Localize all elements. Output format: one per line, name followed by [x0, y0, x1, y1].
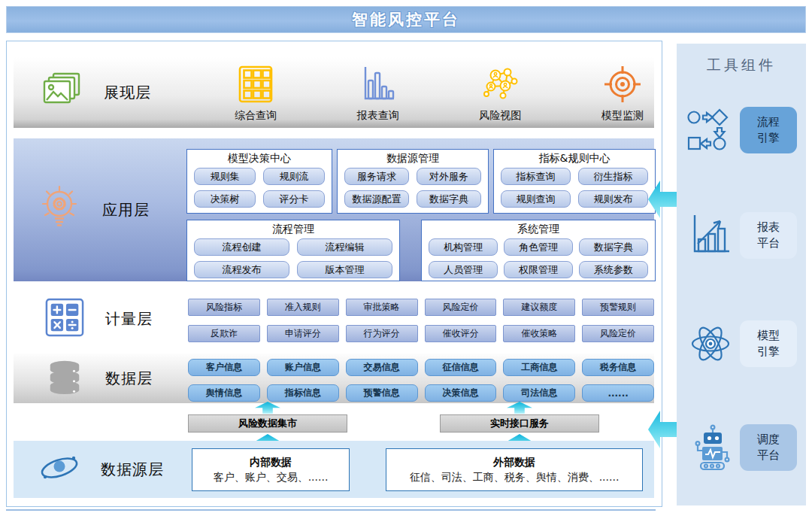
sidebar-item-scheduler-platform: 调度平台 [681, 423, 801, 472]
layer-presentation: 展现层 综合查询 [14, 57, 654, 128]
pres-item-label: 模型监测 [601, 109, 644, 123]
pres-item: 报表查询 [333, 65, 423, 123]
app-pill: 衍生指标 [578, 168, 648, 185]
data-box: ...... [582, 384, 654, 402]
measurement-box: 预警规则 [582, 299, 654, 316]
internal-data-desc: 客户、账户、交易、...... [214, 471, 329, 484]
data-box: 舆情信息 [188, 384, 260, 402]
flowchart-icon [681, 108, 740, 153]
layer-label: 计量层 [105, 309, 153, 329]
tools-sidebar: 工具组件 流程引擎 [677, 44, 806, 505]
data-box: 账户信息 [267, 359, 339, 376]
sidebar-title: 工具组件 [677, 56, 806, 75]
app-pill: 服务请求 [344, 168, 409, 185]
layer-label: 应用层 [102, 200, 150, 220]
app-pill: 数据字典 [417, 190, 481, 208]
app-pill: 规则发布 [578, 190, 648, 208]
external-data-box: 外部数据 征信、司法、工商、税务、舆情、消费、...... [386, 448, 643, 491]
sidebar-box-label: 流程引擎 [756, 114, 781, 146]
measurement-grid: 风险指标 准入规则 审批策略 风险定价 建议额度 预警规则 反欺诈 申请评分 行… [188, 299, 654, 342]
grid-icon [238, 65, 273, 106]
group-title: 流程管理 [187, 221, 399, 237]
risk-platform-diagram: 智能风控平台 展现层 [0, 0, 812, 513]
external-data-title: 外部数据 [493, 456, 535, 469]
app-pill: 决策树 [194, 190, 256, 208]
sidebar-box-process-engine: 流程引擎 [740, 107, 797, 153]
pres-item: 综合查询 [211, 65, 301, 123]
target-icon [604, 65, 641, 106]
sidebar-item-process-engine: 流程引擎 [681, 105, 801, 155]
sidebar-box-label: 模型引擎 [756, 328, 781, 360]
middleware-box-data-mart: 风险数据集市 [188, 414, 347, 433]
external-data-desc: 征信、司法、工商、税务、舆情、消费、...... [410, 471, 620, 484]
app-pill: 规则集 [194, 168, 256, 185]
bottom-divider [6, 509, 656, 511]
measurement-box: 催收策略 [503, 325, 575, 342]
group-indicator-rule: 指标&规则中心 指标查询 衍生指标 规则查询 规则发布 [493, 149, 656, 214]
layer-label: 展现层 [104, 83, 151, 103]
app-pill: 流程创建 [194, 238, 289, 256]
pres-item-label: 报表查询 [357, 109, 399, 123]
report-chart-icon [681, 214, 740, 257]
app-pill: 评分卡 [263, 190, 325, 208]
internal-data-box: 内部数据 客户、账户、交易、...... [192, 448, 350, 491]
group-system-mgmt: 系统管理 机构管理 角色管理 数据字典 人员管理 权限管理 系统参数 [421, 220, 656, 281]
measurement-box: 申请评分 [267, 325, 339, 342]
layer-label: 数据源层 [101, 460, 164, 480]
data-box: 预警信息 [346, 384, 418, 402]
sidebar-box-model-engine: 模型引擎 [740, 320, 797, 367]
app-pill: 角色管理 [504, 238, 573, 256]
sidebar-item-report-platform: 报表平台 [681, 211, 801, 260]
app-pill: 系统参数 [579, 261, 648, 278]
photos-icon [42, 72, 83, 113]
data-box: 司法信息 [503, 384, 575, 402]
bulb-gear-icon [36, 184, 83, 235]
app-pill: 机构管理 [429, 238, 498, 256]
group-process-mgmt: 流程管理 流程创建 流程编辑 流程发布 版本管理 [186, 220, 400, 281]
app-pill: 对外服务 [417, 168, 481, 185]
data-box: 交易信息 [346, 359, 418, 376]
network-icon [480, 65, 520, 106]
app-pill: 人员管理 [429, 261, 498, 278]
pres-item-label: 综合查询 [235, 109, 277, 123]
internal-data-title: 内部数据 [250, 456, 292, 469]
measurement-box: 行为评分 [346, 325, 418, 342]
data-box: 税务信息 [582, 359, 654, 376]
pres-item-label: 风险视图 [479, 109, 521, 123]
app-pill: 流程编辑 [297, 238, 392, 256]
measurement-box: 审批策略 [346, 299, 418, 316]
sidebar-box-report-platform: 报表平台 [740, 212, 797, 259]
app-pill: 指标查询 [501, 168, 571, 185]
layer-datasource: 数据源层 内部数据 客户、账户、交易、...... 外部数据 征信、司法、工商、… [14, 441, 654, 498]
sidebar-box-label: 调度平台 [756, 432, 781, 463]
group-model-decision: 模型决策中心 规则集 规则流 决策树 评分卡 [186, 149, 332, 214]
calculator-icon [45, 298, 84, 340]
app-pill: 规则查询 [501, 190, 571, 208]
measurement-box: 风险定价 [425, 299, 497, 316]
data-box: 工商信息 [503, 359, 575, 376]
data-box: 决策信息 [425, 384, 497, 402]
app-pill: 版本管理 [297, 261, 392, 278]
atom-icon [681, 320, 740, 367]
measurement-box: 建议额度 [503, 299, 575, 316]
data-box: 征信信息 [425, 359, 497, 376]
database-icon [45, 358, 84, 399]
app-pill: 权限管理 [504, 261, 573, 278]
data-box: 客户信息 [188, 359, 260, 376]
sidebar-box-label: 报表平台 [756, 220, 781, 251]
galaxy-icon [36, 448, 83, 490]
pres-item: 模型监测 [577, 65, 668, 123]
middleware-box-realtime-api: 实时接口服务 [440, 414, 599, 433]
page-title: 智能风控平台 [6, 6, 806, 33]
measurement-box: 反欺诈 [188, 325, 260, 342]
layer-label: 数据层 [105, 369, 153, 389]
app-pill: 流程发布 [194, 261, 289, 278]
app-pill: 规则流 [263, 168, 325, 185]
data-box: 指标信息 [267, 384, 339, 402]
app-pill: 数据字典 [579, 238, 648, 256]
layer-application: 应用层 模型决策中心 规则集 规则流 决策树 评分卡 数据源管理 服务请求 对外… [14, 138, 654, 281]
measurement-box: 风险指标 [188, 299, 260, 316]
bar-chart-icon [360, 65, 396, 106]
group-title: 系统管理 [422, 221, 655, 237]
group-title: 指标&规则中心 [494, 150, 655, 166]
